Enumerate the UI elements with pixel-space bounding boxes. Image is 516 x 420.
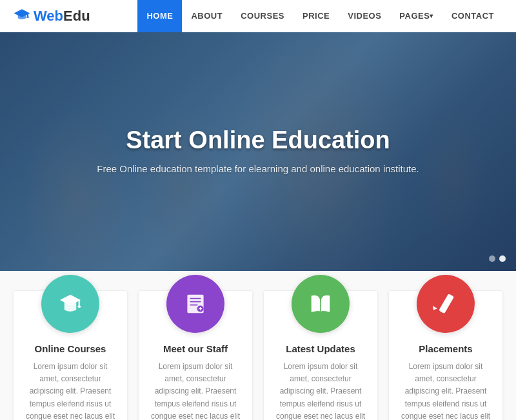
hero-dot-1[interactable] xyxy=(489,255,495,262)
hero-title: Start Online Education xyxy=(126,126,390,154)
logo-icon xyxy=(13,7,31,25)
feature-title-placements: Placements xyxy=(419,343,472,354)
hero-content: Start Online Education Free Online educa… xyxy=(0,32,516,271)
feature-icon-meet-staff xyxy=(166,275,224,333)
hero-section: Start Online Education Free Online educa… xyxy=(0,32,516,271)
nav-contact[interactable]: CONTACT xyxy=(442,0,503,32)
features-section: Online Courses Lorem ipsum dolor sit ame… xyxy=(0,271,516,420)
feature-text-online-courses: Lorem ipsum dolor sit amet, consectetur … xyxy=(24,361,117,420)
svg-rect-14 xyxy=(439,294,454,314)
nav-courses[interactable]: COURSES xyxy=(232,0,293,32)
feature-text-meet-staff: Lorem ipsum dolor sit amet, consectetur … xyxy=(149,361,242,420)
svg-rect-9 xyxy=(190,305,198,306)
nav-pages[interactable]: PAGES xyxy=(390,0,442,32)
svg-rect-8 xyxy=(190,301,201,303)
hero-dots xyxy=(489,255,506,262)
feature-text-latest-updates: Lorem ipsum dolor sit amet, consectetur … xyxy=(274,361,367,420)
feature-card-latest-updates: Latest Updates Lorem ipsum dolor sit ame… xyxy=(263,290,378,420)
feature-card-meet-staff: Meet our Staff Lorem ipsum dolor sit ame… xyxy=(138,290,253,420)
svg-rect-7 xyxy=(190,298,201,299)
logo[interactable]: WebEdu xyxy=(13,7,90,25)
feature-card-placements: Placements Lorem ipsum dolor sit amet, c… xyxy=(388,290,503,420)
feature-icon-online-courses xyxy=(41,275,99,333)
logo-text: WebEdu xyxy=(34,8,90,25)
svg-marker-15 xyxy=(432,306,437,312)
feature-title-meet-staff: Meet our Staff xyxy=(163,343,228,354)
feature-icon-latest-updates xyxy=(292,275,350,333)
main-nav: HOME ABOUT COURSES PRICE VIDEOS PAGES CO… xyxy=(137,0,503,32)
feature-title-online-courses: Online Courses xyxy=(35,343,106,354)
nav-price[interactable]: PRICE xyxy=(293,0,339,32)
svg-point-2 xyxy=(26,16,29,17)
feature-text-placements: Lorem ipsum dolor sit amet, consectetur … xyxy=(399,361,492,420)
nav-home[interactable]: HOME xyxy=(137,0,182,32)
hero-subtitle: Free Online education template for elear… xyxy=(97,162,419,177)
header: WebEdu HOME ABOUT COURSES PRICE VIDEOS P… xyxy=(0,0,516,32)
nav-videos[interactable]: VIDEOS xyxy=(339,0,390,32)
svg-point-5 xyxy=(77,306,81,308)
feature-icon-placements xyxy=(417,275,475,333)
feature-title-latest-updates: Latest Updates xyxy=(286,343,355,354)
feature-card-online-courses: Online Courses Lorem ipsum dolor sit ame… xyxy=(13,290,128,420)
hero-dot-2[interactable] xyxy=(499,255,506,262)
nav-about[interactable]: ABOUT xyxy=(182,0,232,32)
